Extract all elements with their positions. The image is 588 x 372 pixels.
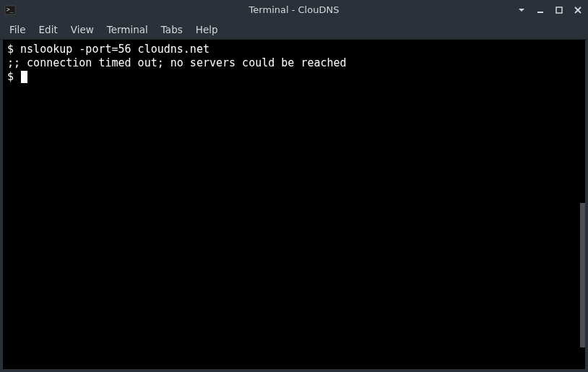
minimize-button[interactable] [535,4,546,16]
menu-help[interactable]: Help [189,21,225,38]
titlebar: >_ Terminal - ClouDNS [0,0,588,20]
terminal-cursor [21,71,27,83]
terminal-prompt: $ [7,70,20,83]
menu-edit[interactable]: Edit [33,21,64,38]
window-controls [516,4,584,16]
menubar: File Edit View Terminal Tabs Help [0,20,588,40]
terminal-prompt-line: $ [7,70,581,84]
window-menu-button[interactable] [516,4,527,16]
close-button[interactable] [572,4,584,16]
window-title: Terminal - ClouDNS [249,4,340,15]
svg-text:>_: >_ [7,7,14,13]
svg-rect-2 [537,12,543,13]
terminal-app-icon: >_ [4,4,16,16]
terminal-line: ;; connection timed out; no servers coul… [7,56,581,70]
menu-terminal[interactable]: Terminal [100,21,155,38]
terminal-line: $ nslookup -port=56 cloudns.net [7,43,581,56]
menu-tabs[interactable]: Tabs [155,21,189,38]
svg-rect-3 [556,7,562,13]
scrollbar[interactable] [579,40,585,369]
menu-view[interactable]: View [64,21,100,38]
terminal-viewport[interactable]: $ nslookup -port=56 cloudns.net ;; conne… [3,40,585,369]
maximize-button[interactable] [553,4,565,16]
scrollbar-thumb[interactable] [580,203,585,347]
menu-file[interactable]: File [3,21,33,38]
